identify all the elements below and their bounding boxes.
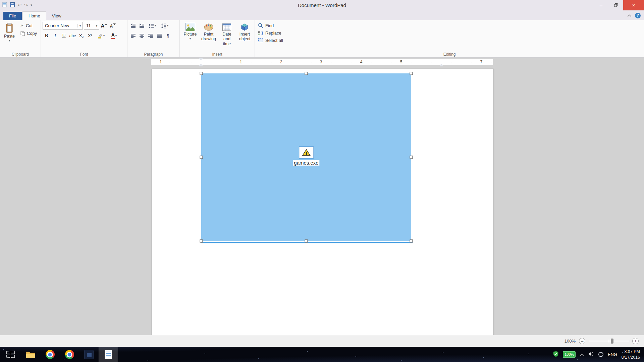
taskbar-item-file-explorer[interactable]: [21, 347, 40, 362]
show-hidden-icons-button[interactable]: [580, 352, 584, 358]
align-left-button[interactable]: [129, 32, 137, 40]
italic-button[interactable]: I: [51, 32, 59, 40]
highlight-color-button[interactable]: ▾: [95, 32, 107, 40]
replace-button[interactable]: Replace: [257, 29, 281, 37]
redo-button[interactable]: ↷: [24, 3, 29, 8]
quick-access-toolbar: ↶ ↷ ▾: [0, 2, 32, 9]
resize-handle-middle-right[interactable]: [410, 156, 413, 159]
justify-button[interactable]: [155, 32, 163, 40]
find-icon: [258, 23, 263, 28]
group-editing: Find Replace Select all Editing: [255, 20, 644, 57]
paste-dropdown-icon[interactable]: ▾: [9, 39, 10, 42]
group-font: Courier New ▾ 11 ▾ A A B I U abe: [41, 20, 127, 57]
tab-view[interactable]: View: [46, 12, 67, 20]
paragraph-group-label: Paragraph: [127, 52, 179, 57]
resize-handle-bottom-right[interactable]: [410, 240, 413, 243]
resize-handle-middle-left[interactable]: [200, 156, 203, 159]
align-right-button[interactable]: [147, 32, 154, 40]
insert-object-button[interactable]: Insert object: [236, 22, 253, 43]
calendar-icon: [222, 23, 231, 31]
security-shield-icon[interactable]: [553, 351, 558, 358]
volume-icon[interactable]: [588, 352, 594, 358]
qat-customize-button[interactable]: ▾: [31, 4, 32, 7]
font-size-dropdown-icon[interactable]: ▾: [94, 24, 99, 27]
underline-button[interactable]: U: [60, 32, 68, 40]
help-icon[interactable]: ?: [635, 13, 641, 18]
collapse-ribbon-icon[interactable]: [627, 12, 632, 18]
zoom-slider-thumb[interactable]: [611, 339, 613, 344]
first-line-indent-marker[interactable]: [199, 58, 203, 60]
resize-handle-top-middle[interactable]: [305, 72, 308, 75]
select-all-icon: [258, 38, 263, 43]
wordpad-app-icon: [2, 2, 7, 9]
taskbar-item-wordpad[interactable]: [99, 347, 118, 362]
align-center-button[interactable]: [138, 32, 146, 40]
copy-button[interactable]: Copy: [19, 29, 38, 37]
font-family-dropdown-icon[interactable]: ▾: [77, 24, 83, 27]
document-page[interactable]: ! games.exe: [151, 69, 493, 335]
paragraph-dialog-button[interactable]: ¶: [164, 32, 172, 40]
strikethrough-button[interactable]: abe: [69, 32, 76, 40]
picture-dropdown-icon[interactable]: ▾: [190, 37, 191, 40]
tab-home[interactable]: Home: [22, 11, 46, 20]
tab-file[interactable]: File: [3, 12, 22, 20]
right-indent-marker[interactable]: [440, 64, 443, 66]
taskbar-clock[interactable]: 8:07 PM 8/17/2016: [621, 349, 640, 360]
zoom-level: 100%: [565, 339, 576, 344]
zoom-controls: 100% – +: [565, 335, 639, 347]
windows-logo-icon: [6, 351, 15, 358]
chrome-icon: [46, 350, 55, 359]
bold-button[interactable]: B: [43, 32, 50, 40]
zoom-out-button[interactable]: –: [579, 338, 585, 344]
resize-handle-top-right[interactable]: [410, 72, 413, 75]
decrease-indent-button[interactable]: [129, 22, 137, 29]
paint-drawing-button[interactable]: Paint drawing: [200, 22, 217, 43]
resize-handle-bottom-left[interactable]: [200, 240, 203, 243]
zoom-slider[interactable]: [589, 338, 629, 344]
battery-indicator[interactable]: 100%: [563, 351, 576, 357]
titlebar: ↶ ↷ ▾ Document - WordPad – ×: [0, 0, 644, 10]
restore-button[interactable]: [608, 0, 623, 10]
taskbar-item-browser-2[interactable]: [60, 347, 79, 362]
group-insert: Picture ▾ Paint drawing Date and time In…: [180, 20, 255, 57]
save-button[interactable]: [10, 2, 15, 9]
grow-font-button[interactable]: A: [100, 22, 108, 29]
superscript-button[interactable]: X²: [86, 32, 94, 40]
date-time-button[interactable]: Date and time: [218, 22, 235, 47]
undo-button[interactable]: ↶: [17, 3, 22, 8]
language-indicator[interactable]: ENG: [608, 352, 617, 357]
network-icon[interactable]: [598, 352, 603, 357]
font-color-button[interactable]: A ▾: [108, 32, 120, 40]
font-size-select[interactable]: 11 ▾: [84, 22, 99, 29]
line-spacing-button[interactable]: ▾: [159, 22, 170, 29]
minimize-button[interactable]: –: [594, 0, 608, 10]
shrink-font-button[interactable]: A: [109, 22, 117, 29]
taskbar-item-browser-1[interactable]: [40, 347, 60, 362]
find-button[interactable]: Find: [257, 22, 274, 29]
zoom-in-button[interactable]: +: [632, 338, 639, 344]
embedded-file-shortcut[interactable]: ! games.exe: [293, 146, 319, 166]
insert-picture-button[interactable]: Picture ▾: [181, 22, 199, 41]
ruler: 1 1 2 3 4 5 7: [151, 59, 493, 65]
ruler-number: 5: [400, 60, 402, 64]
ribbon-tab-row: File Home View ?: [0, 10, 644, 20]
cut-button[interactable]: ✂ Cut: [19, 22, 38, 29]
align-center-icon: [139, 33, 145, 39]
start-button[interactable]: [0, 347, 21, 362]
taskbar-item-dark-app[interactable]: [79, 347, 99, 362]
resize-handle-top-left[interactable]: [200, 72, 203, 75]
subscript-button[interactable]: X₂: [77, 32, 85, 40]
embedded-object[interactable]: ! games.exe: [201, 73, 411, 241]
clipboard-group-label: Clipboard: [0, 52, 41, 57]
list-button[interactable]: ▾: [147, 22, 158, 29]
close-button[interactable]: ×: [623, 0, 644, 10]
group-clipboard: Paste ▾ ✂ Cut Copy Clipboard: [0, 20, 41, 57]
resize-handle-bottom-middle[interactable]: [305, 240, 308, 243]
paste-button[interactable]: Paste ▾: [2, 22, 17, 43]
font-family-select[interactable]: Courier New ▾: [43, 22, 83, 29]
ruler-number: 2: [280, 60, 282, 64]
clock-time: 8:07 PM: [621, 349, 640, 355]
increase-indent-button[interactable]: [138, 22, 146, 29]
select-all-button[interactable]: Select all: [257, 37, 283, 44]
left-indent-marker[interactable]: [199, 64, 203, 66]
